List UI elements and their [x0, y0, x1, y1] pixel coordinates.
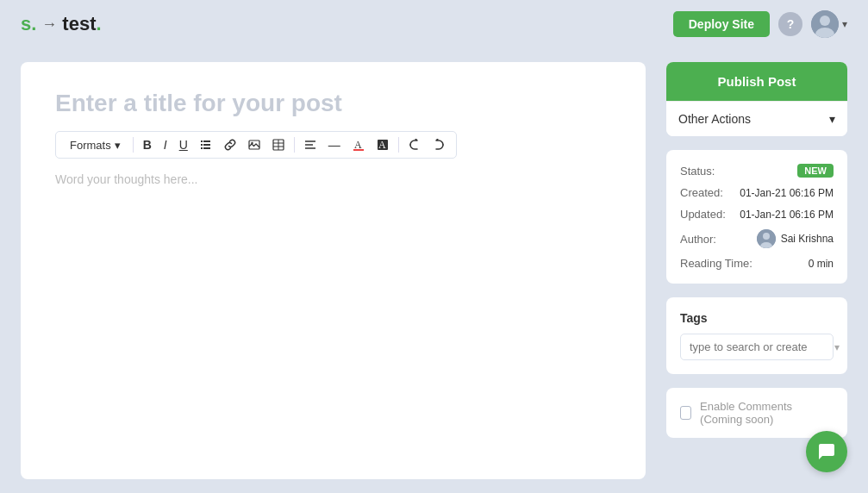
comments-panel: Enable Comments (Coming soon): [666, 388, 847, 438]
reading-time-label: Reading Time:: [680, 257, 752, 270]
author-info: Sai Krishna: [757, 229, 834, 248]
svg-point-23: [763, 233, 770, 240]
list-button[interactable]: [196, 136, 216, 153]
link-button[interactable]: [220, 136, 240, 153]
avatar: [811, 10, 839, 38]
post-title-input[interactable]: [55, 90, 611, 117]
created-label: Created:: [680, 186, 723, 199]
undo-button[interactable]: [404, 136, 425, 153]
tags-title: Tags: [680, 311, 834, 325]
author-row: Author: Sai Krishna: [680, 229, 834, 248]
svg-text:A: A: [354, 139, 362, 151]
redo-button[interactable]: [428, 136, 449, 153]
svg-rect-5: [203, 147, 210, 149]
author-label: Author:: [680, 233, 716, 246]
chat-fab-button[interactable]: [806, 431, 847, 472]
italic-button[interactable]: I: [159, 135, 172, 154]
status-badge: NEW: [797, 164, 834, 178]
bold-button[interactable]: B: [139, 135, 156, 154]
comments-label: Enable Comments (Coming soon): [700, 400, 834, 426]
logo: s. → test.: [21, 13, 102, 35]
text-bg-button[interactable]: A: [372, 136, 393, 153]
svg-rect-6: [201, 140, 203, 142]
updated-row: Updated: 01-Jan-21 06:16 PM: [680, 208, 834, 221]
toolbar-divider-3: [398, 137, 399, 153]
reading-time-value: 0 min: [809, 258, 834, 270]
chevron-down-icon: ▾: [834, 341, 840, 353]
image-button[interactable]: [244, 136, 265, 153]
chevron-down-icon: ▾: [829, 112, 835, 126]
tags-panel: Tags ▾: [666, 297, 847, 374]
logo-s: s.: [21, 13, 36, 35]
sidebar: Publish Post Other Actions ▾ Status: NEW…: [666, 62, 847, 479]
other-actions-button[interactable]: Other Actions ▾: [666, 101, 847, 136]
publish-post-button[interactable]: Publish Post: [666, 62, 847, 101]
svg-point-1: [820, 16, 830, 26]
deploy-site-button[interactable]: Deploy Site: [673, 11, 770, 37]
align-button[interactable]: [300, 136, 321, 153]
logo-arrow: →: [41, 16, 57, 34]
editor-placeholder: Word your thoughts here...: [55, 172, 198, 186]
created-value: 01-Jan-21 06:16 PM: [740, 187, 834, 199]
divider-button[interactable]: —: [324, 135, 345, 154]
svg-rect-7: [201, 144, 203, 146]
editor-container: Formats ▾ B I U —: [21, 62, 646, 479]
svg-rect-19: [353, 149, 364, 151]
text-color-button[interactable]: A: [348, 136, 369, 153]
tags-input[interactable]: [690, 340, 834, 353]
svg-rect-4: [203, 144, 210, 146]
logo-site: test.: [62, 13, 101, 35]
toolbar-divider: [133, 137, 134, 153]
user-avatar-button[interactable]: ▾: [811, 10, 847, 38]
created-row: Created: 01-Jan-21 06:16 PM: [680, 186, 834, 199]
status-label: Status:: [680, 165, 715, 178]
table-button[interactable]: [268, 136, 289, 153]
author-avatar: [757, 229, 776, 248]
svg-rect-8: [201, 147, 203, 149]
updated-label: Updated:: [680, 208, 726, 221]
formats-dropdown-button[interactable]: Formats ▾: [63, 136, 128, 154]
reading-time-row: Reading Time: 0 min: [680, 257, 834, 270]
header-right: Deploy Site ? ▾: [673, 10, 847, 38]
chevron-down-icon: ▾: [842, 18, 847, 30]
toolbar-divider-2: [294, 137, 295, 153]
help-button[interactable]: ?: [778, 12, 802, 36]
underline-button[interactable]: U: [175, 135, 192, 154]
enable-comments-checkbox[interactable]: [680, 406, 691, 420]
svg-text:A: A: [378, 139, 386, 151]
header: s. → test. Deploy Site ? ▾: [0, 0, 868, 48]
status-row: Status: NEW: [680, 164, 834, 178]
meta-panel: Status: NEW Created: 01-Jan-21 06:16 PM …: [666, 150, 847, 284]
main-layout: Formats ▾ B I U —: [0, 48, 868, 493]
editor-body[interactable]: Word your thoughts here...: [55, 172, 611, 345]
tags-input-container: ▾: [680, 334, 834, 360]
updated-value: 01-Jan-21 06:16 PM: [740, 209, 834, 221]
author-name: Sai Krishna: [781, 233, 834, 245]
publish-panel: Publish Post Other Actions ▾: [666, 62, 847, 136]
svg-rect-3: [203, 140, 210, 142]
editor-toolbar: Formats ▾ B I U —: [55, 131, 457, 159]
chevron-down-icon: ▾: [115, 139, 121, 152]
